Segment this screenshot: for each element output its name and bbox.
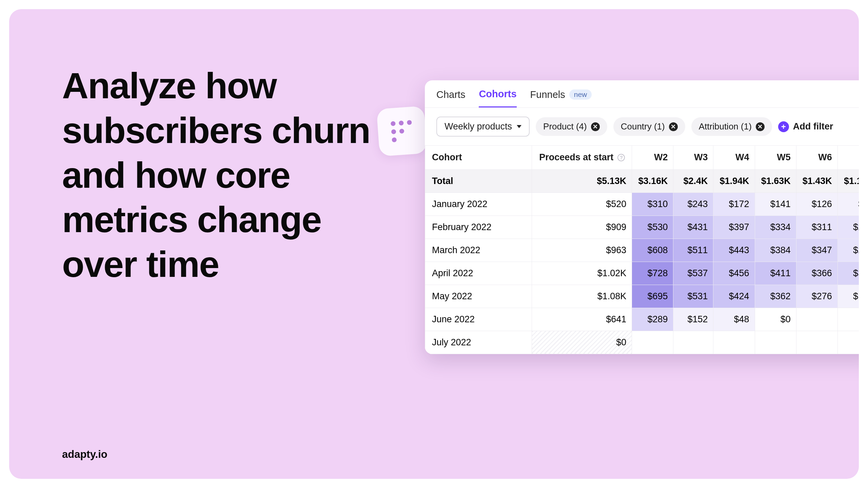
cell-w4: $443 bbox=[713, 239, 755, 262]
headline: Analyze how subscribers churn and how co… bbox=[62, 63, 388, 287]
cell-cohort: May 2022 bbox=[425, 285, 532, 308]
table-row: January 2022$520$310$243$172$141$126$96 bbox=[425, 192, 859, 216]
filter-chip-label: Product (4) bbox=[543, 121, 587, 132]
cell-proceeds: $963 bbox=[532, 239, 632, 262]
cell-w2: $530 bbox=[632, 216, 673, 239]
cell-w5: $1.63K bbox=[755, 169, 796, 192]
table-row: February 2022$909$530$431$397$334$311$28… bbox=[425, 216, 859, 239]
col-w5: W5 bbox=[755, 146, 796, 170]
tab-charts[interactable]: Charts bbox=[436, 89, 465, 107]
table-row: June 2022$641$289$152$48$0 bbox=[425, 308, 859, 331]
cell-w7: $287 bbox=[837, 216, 859, 239]
cell-proceeds: $520 bbox=[532, 192, 632, 216]
cohort-table: Cohort Proceeds at start ? W2 W3 W4 W5 bbox=[425, 145, 859, 354]
cell-cohort: July 2022 bbox=[425, 331, 532, 354]
cell-w2 bbox=[632, 331, 673, 354]
cell-w5: $0 bbox=[755, 308, 796, 331]
cell-w7 bbox=[837, 308, 859, 331]
tab-funnels[interactable]: Funnels new bbox=[530, 89, 592, 107]
cell-w4: $456 bbox=[713, 262, 755, 285]
col-w7: W7 bbox=[837, 146, 859, 170]
cell-w2: $728 bbox=[632, 262, 673, 285]
cell-proceeds: $5.13K bbox=[532, 169, 632, 192]
filter-chip-product[interactable]: Product (4) ✕ bbox=[536, 117, 607, 136]
cell-w7: $287 bbox=[837, 239, 859, 262]
cell-w5: $411 bbox=[755, 262, 796, 285]
add-filter-button[interactable]: + Add filter bbox=[778, 121, 833, 132]
promo-card: Analyze how subscribers churn and how co… bbox=[9, 9, 859, 479]
cell-w2: $3.16K bbox=[632, 169, 673, 192]
outer-frame: Analyze how subscribers churn and how co… bbox=[0, 0, 868, 488]
cell-w7 bbox=[837, 331, 859, 354]
cell-w7: $96 bbox=[837, 192, 859, 216]
cell-cohort: January 2022 bbox=[425, 192, 532, 216]
help-icon[interactable]: ? bbox=[617, 154, 625, 161]
cell-proceeds: $641 bbox=[532, 308, 632, 331]
cell-cohort: March 2022 bbox=[425, 239, 532, 262]
filter-chip-country[interactable]: Country (1) ✕ bbox=[613, 117, 685, 136]
period-dropdown-label: Weekly products bbox=[445, 121, 512, 132]
plus-icon: + bbox=[778, 121, 789, 132]
tab-cohorts[interactable]: Cohorts bbox=[479, 88, 516, 107]
cell-w3 bbox=[673, 331, 713, 354]
filter-chip-label: Country (1) bbox=[621, 121, 665, 132]
cell-w6 bbox=[796, 331, 837, 354]
close-icon[interactable]: ✕ bbox=[591, 122, 600, 131]
table-row: July 2022$0 bbox=[425, 331, 859, 354]
cell-w4: $172 bbox=[713, 192, 755, 216]
cell-w5: $141 bbox=[755, 192, 796, 216]
new-badge: new bbox=[569, 89, 592, 100]
cell-w3: $511 bbox=[673, 239, 713, 262]
cell-w3: $2.4K bbox=[673, 169, 713, 192]
cell-cohort: April 2022 bbox=[425, 262, 532, 285]
cell-w2: $310 bbox=[632, 192, 673, 216]
table-row: April 2022$1.02K$728$537$456$411$366$322 bbox=[425, 262, 859, 285]
cell-w3: $152 bbox=[673, 308, 713, 331]
cohorts-panel: Charts Cohorts Funnels new Weekly produc… bbox=[425, 80, 859, 354]
cell-w3: $531 bbox=[673, 285, 713, 308]
cell-w6: $276 bbox=[796, 285, 837, 308]
cell-w5: $334 bbox=[755, 216, 796, 239]
cell-proceeds: $1.02K bbox=[532, 262, 632, 285]
cell-w4: $1.94K bbox=[713, 169, 755, 192]
app-icon bbox=[376, 106, 427, 156]
cell-cohort: February 2022 bbox=[425, 216, 532, 239]
cell-w4 bbox=[713, 331, 755, 354]
cell-cohort: June 2022 bbox=[425, 308, 532, 331]
period-dropdown[interactable]: Weekly products bbox=[436, 117, 530, 137]
col-cohort: Cohort bbox=[425, 146, 532, 170]
table-row: March 2022$963$608$511$443$384$347$287 bbox=[425, 239, 859, 262]
cell-w4: $48 bbox=[713, 308, 755, 331]
close-icon[interactable]: ✕ bbox=[669, 122, 678, 131]
cohort-table-wrap: Cohort Proceeds at start ? W2 W3 W4 W5 bbox=[425, 145, 859, 354]
cell-w2: $608 bbox=[632, 239, 673, 262]
cell-w4: $424 bbox=[713, 285, 755, 308]
cell-w3: $243 bbox=[673, 192, 713, 216]
cell-w2: $289 bbox=[632, 308, 673, 331]
cell-w7: $1.15K bbox=[837, 169, 859, 192]
col-w6: W6 bbox=[796, 146, 837, 170]
cell-w5: $384 bbox=[755, 239, 796, 262]
tabs: Charts Cohorts Funnels new bbox=[425, 80, 859, 108]
cell-proceeds: $1.08K bbox=[532, 285, 632, 308]
col-proceeds-label: Proceeds at start bbox=[539, 152, 613, 163]
tab-funnels-label: Funnels bbox=[530, 89, 565, 100]
col-w3: W3 bbox=[673, 146, 713, 170]
cell-cohort: Total bbox=[425, 169, 532, 192]
cell-w6: $347 bbox=[796, 239, 837, 262]
filter-chip-attribution[interactable]: Attribution (1) ✕ bbox=[691, 117, 772, 136]
cell-w6: $311 bbox=[796, 216, 837, 239]
cell-w7: $161 bbox=[837, 285, 859, 308]
table-header-row: Cohort Proceeds at start ? W2 W3 W4 W5 bbox=[425, 146, 859, 170]
col-w2: W2 bbox=[632, 146, 673, 170]
col-w4: W4 bbox=[713, 146, 755, 170]
cell-w6: $1.43K bbox=[796, 169, 837, 192]
cell-w6: $126 bbox=[796, 192, 837, 216]
table-row-total: Total$5.13K$3.16K$2.4K$1.94K$1.63K$1.43K… bbox=[425, 169, 859, 192]
cell-w4: $397 bbox=[713, 216, 755, 239]
close-icon[interactable]: ✕ bbox=[756, 122, 765, 131]
cell-w7: $322 bbox=[837, 262, 859, 285]
filter-chip-label: Attribution (1) bbox=[699, 121, 752, 132]
brand-label: adapty.io bbox=[62, 448, 107, 461]
table-row: May 2022$1.08K$695$531$424$362$276$161 bbox=[425, 285, 859, 308]
